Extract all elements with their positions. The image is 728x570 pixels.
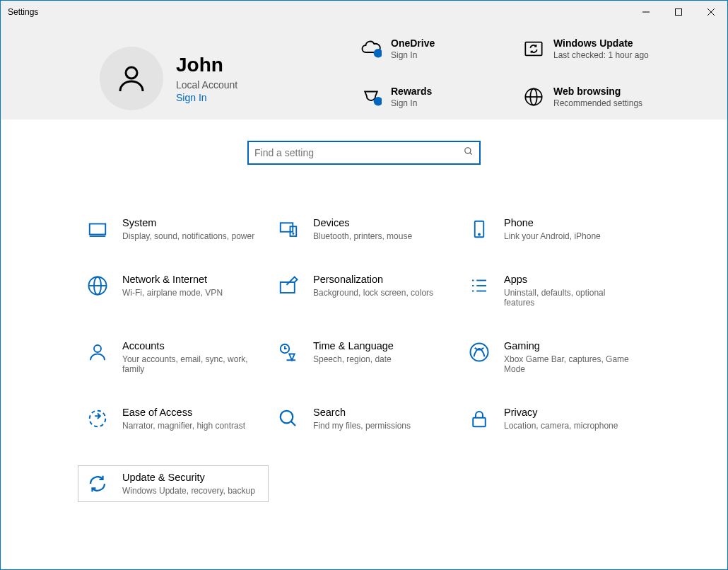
- tile-title: Apps: [504, 274, 638, 285]
- avatar: [100, 47, 163, 110]
- tile-title: Gaming: [504, 340, 638, 351]
- header-rewards[interactable]: RewardsSign In: [360, 86, 501, 120]
- tile-title: Search: [313, 407, 411, 418]
- tile-sub: Speech, region, date: [313, 354, 394, 364]
- tile-network[interactable]: Network & InternetWi-Fi, airplane mode, …: [78, 267, 269, 314]
- header-item-sub: Sign In: [391, 50, 435, 60]
- gaming-icon: [467, 340, 491, 364]
- svg-rect-36: [473, 418, 486, 427]
- header: John Local Account Sign In OneDriveSign …: [1, 23, 727, 120]
- tile-privacy[interactable]: PrivacyLocation, camera, microphone: [459, 400, 650, 437]
- onedrive-icon: [360, 37, 382, 60]
- header-item-title: OneDrive: [391, 37, 435, 49]
- user-block[interactable]: John Local Account Sign In: [100, 37, 237, 120]
- tile-phone[interactable]: PhoneLink your Android, iPhone: [459, 211, 650, 248]
- header-item-sub: Last checked: 1 hour ago: [553, 50, 649, 60]
- tile-title: Personalization: [313, 274, 433, 285]
- system-icon: [86, 217, 110, 241]
- tile-sub: Location, camera, microphone: [504, 421, 618, 431]
- update-security-icon: [86, 472, 110, 496]
- privacy-icon: [467, 407, 491, 431]
- tile-sub: Narrator, magnifier, high contrast: [122, 421, 245, 431]
- tile-sub: Display, sound, notifications, power: [122, 231, 254, 241]
- phone-icon: [467, 217, 491, 241]
- close-button[interactable]: [695, 1, 727, 23]
- svg-point-4: [126, 67, 137, 78]
- tile-title: Time & Language: [313, 340, 394, 351]
- rewards-icon: [360, 86, 382, 108]
- user-type: Local Account: [176, 79, 237, 91]
- search-icon: [464, 146, 474, 159]
- tile-sub: Xbox Game Bar, captures, Game Mode: [504, 354, 638, 374]
- search-box[interactable]: [247, 141, 481, 165]
- svg-point-11: [465, 148, 471, 153]
- tile-apps[interactable]: AppsUninstall, defaults, optional featur…: [459, 267, 650, 314]
- svg-rect-15: [281, 223, 293, 232]
- tile-search[interactable]: SearchFind my files, permissions: [269, 400, 459, 437]
- svg-point-19: [479, 234, 480, 235]
- tile-title: Ease of Access: [122, 407, 245, 418]
- tile-personalization[interactable]: PersonalizationBackground, lock screen, …: [269, 267, 459, 314]
- accounts-icon: [86, 340, 110, 364]
- user-signin-link[interactable]: Sign In: [176, 92, 237, 103]
- tile-title: Devices: [313, 217, 412, 228]
- svg-rect-1: [676, 9, 682, 16]
- tile-system[interactable]: SystemDisplay, sound, notifications, pow…: [78, 211, 269, 248]
- tile-time-language[interactable]: Time & LanguageSpeech, region, date: [269, 334, 459, 380]
- header-item-title: Windows Update: [553, 37, 649, 49]
- tile-sub: Background, lock screen, colors: [313, 288, 433, 298]
- tile-title: System: [122, 217, 254, 228]
- tile-sub: Wi-Fi, airplane mode, VPN: [122, 288, 223, 298]
- tile-title: Update & Security: [122, 472, 255, 483]
- person-icon: [115, 62, 148, 95]
- tile-sub: Your accounts, email, sync, work, family: [122, 354, 257, 374]
- tile-title: Privacy: [504, 407, 618, 418]
- header-item-title: Rewards: [391, 86, 432, 97]
- svg-point-32: [471, 344, 488, 361]
- svg-point-17: [293, 233, 293, 234]
- devices-icon: [276, 217, 300, 241]
- tile-sub: Uninstall, defaults, optional features: [504, 288, 638, 308]
- minimize-button[interactable]: [630, 1, 662, 23]
- window-title: Settings: [1, 7, 38, 17]
- header-item-sub: Sign In: [391, 98, 432, 108]
- tile-title: Accounts: [122, 340, 257, 351]
- header-item-title: Web browsing: [553, 86, 642, 97]
- header-onedrive[interactable]: OneDriveSign In: [360, 37, 501, 71]
- svg-rect-6: [525, 42, 541, 56]
- tile-gaming[interactable]: GamingXbox Game Bar, captures, Game Mode: [459, 334, 650, 380]
- tile-devices[interactable]: DevicesBluetooth, printers, mouse: [269, 211, 459, 248]
- tile-title: Network & Internet: [122, 274, 223, 285]
- globe-icon: [522, 86, 545, 108]
- tile-sub: Windows Update, recovery, backup: [122, 486, 255, 496]
- titlebar: Settings: [1, 1, 727, 23]
- tile-accounts[interactable]: AccountsYour accounts, email, sync, work…: [78, 334, 269, 380]
- tile-ease-of-access[interactable]: Ease of AccessNarrator, magnifier, high …: [78, 400, 269, 437]
- maximize-button[interactable]: [662, 1, 695, 23]
- tile-sub: Link your Android, iPhone: [504, 231, 601, 241]
- search-input[interactable]: [249, 142, 479, 163]
- svg-line-35: [291, 421, 295, 426]
- tile-sub: Bluetooth, printers, mouse: [313, 231, 412, 241]
- tile-sub: Find my files, permissions: [313, 421, 411, 431]
- ease-icon: [86, 407, 110, 431]
- user-name: John: [176, 54, 237, 76]
- update-icon: [522, 37, 545, 60]
- apps-icon: [467, 274, 491, 298]
- tile-update-security[interactable]: Update & SecurityWindows Update, recover…: [78, 465, 269, 502]
- personalization-icon: [276, 274, 300, 298]
- svg-point-5: [374, 49, 382, 58]
- svg-rect-13: [90, 224, 106, 235]
- network-icon: [86, 274, 110, 298]
- content: SystemDisplay, sound, notifications, pow…: [1, 120, 727, 502]
- tile-title: Phone: [504, 217, 601, 228]
- svg-point-30: [94, 345, 101, 352]
- header-web-browsing[interactable]: Web browsingRecommended settings: [522, 86, 664, 120]
- header-windows-update[interactable]: Windows UpdateLast checked: 1 hour ago: [522, 37, 664, 71]
- time-icon: [276, 340, 300, 364]
- svg-point-34: [281, 411, 293, 424]
- svg-line-12: [470, 153, 472, 155]
- header-item-sub: Recommended settings: [553, 98, 642, 108]
- search-tile-icon: [276, 407, 300, 431]
